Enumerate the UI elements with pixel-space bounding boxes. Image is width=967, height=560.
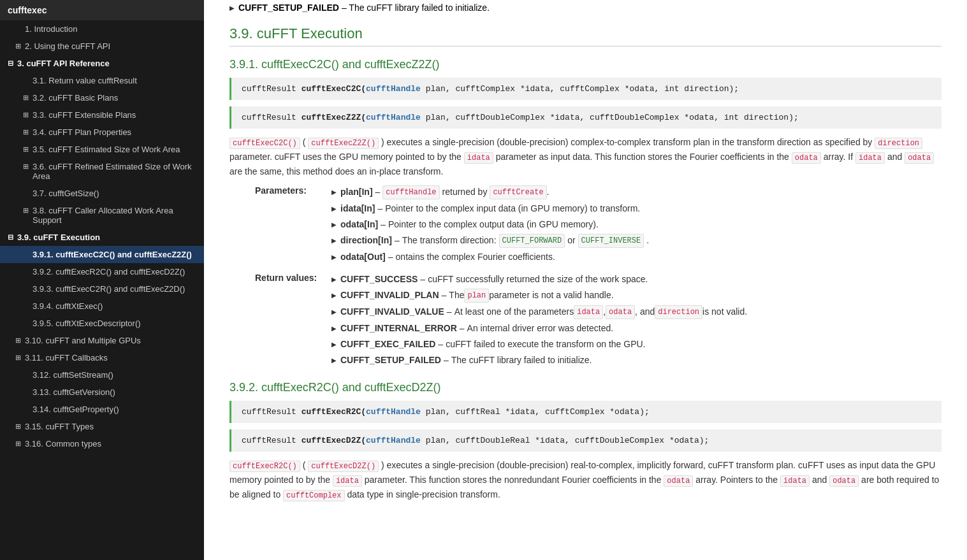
code-block-2: cufftResult cufftExecZ2Z(cufftHandle pla… (229, 106, 942, 129)
inline-r2c: cufftExecR2C() (229, 461, 300, 472)
sidebar-item-intro[interactable]: ⊟1. Introduction (0, 20, 204, 38)
inline-plan: plan (464, 289, 489, 303)
sidebar-item-extensible[interactable]: ⊞3.3. cuFFT Extensible Plans (0, 106, 204, 124)
plus-icon: ⊞ (23, 111, 29, 119)
inline-cufftcomplex: cufftComplex (283, 490, 344, 501)
sidebar-label: 3.6. cuFFT Refined Estimated Size of Wor… (33, 162, 196, 181)
code1-rest: plan, cufftComplex *idata, cufftComplex … (421, 84, 739, 94)
inline-odata: odata (792, 152, 821, 164)
sidebar-label: 3.8. cuFFT Caller Allocated Work Area Su… (33, 206, 196, 225)
plus-icon: ⊞ (23, 206, 29, 215)
sidebar: cufftexec ⊟1. Introduction⊞2. Using the … (0, 0, 204, 560)
sidebar-item-callbacks[interactable]: ⊞3.11. cuFFT Callbacks (0, 349, 204, 366)
inline-z2z: cufftExecZ2Z() (308, 138, 379, 149)
top-error-item: CUFFT_SETUP_FAILED – The cuFFT library f… (229, 3, 942, 13)
sidebar-label: 3.3. cuFFT Extensible Plans (33, 110, 136, 120)
inline-c2c: cufftExecC2C() (229, 138, 300, 149)
code1-result: cufftResult (242, 84, 302, 94)
sidebar-label: 3.2. cuFFT Basic Plans (33, 93, 118, 103)
code2-result: cufftResult (242, 113, 302, 122)
plus-icon: ⊞ (15, 440, 21, 448)
return-exec-failed: CUFFT_EXEC_FAILED – cuFFT failed to exec… (331, 338, 942, 351)
sidebar-item-exec-c2c[interactable]: ⊟3.9.1. cufftExecC2C() and cufftExecZ2Z(… (0, 246, 204, 263)
sidebar-item-exec-xt[interactable]: ⊟3.9.4. cufftXtExec() (0, 298, 204, 315)
sidebar-item-getproperty[interactable]: ⊟3.14. cufftGetProperty() (0, 401, 204, 418)
inline-rv-direction: direction (655, 305, 702, 319)
main-content: CUFFT_SETUP_FAILED – The cuFFT library f… (204, 0, 967, 560)
param-odata-out: odata[Out] – ontains the complex Fourier… (331, 250, 942, 264)
sidebar-item-setstream[interactable]: ⊟3.12. cufftSetStream() (0, 366, 204, 384)
top-error-desc: – The cuFFT library failed to initialize… (342, 3, 490, 13)
sidebar-item-exec-c2r[interactable]: ⊟3.9.3. cufftExecC2R() and cufftExecZ2D(… (0, 280, 204, 298)
sidebar-item-api-ref[interactable]: ⊟3. cuFFT API Reference (0, 55, 204, 72)
plus-icon: ⊞ (15, 354, 21, 362)
section-title: 3.9. cuFFT Execution (229, 25, 942, 47)
returns-label: Return values: (255, 273, 331, 283)
sidebar-label: 3.9.1. cufftExecC2C() and cufftExecZ2Z() (33, 250, 192, 259)
inline-idata2: idata (855, 152, 885, 164)
param-odata: odata[In] – Pointer to the complex outpu… (331, 218, 942, 231)
subsection2-title: 3.9.2. cufftExecR2C() and cufftExecD2Z() (229, 381, 942, 394)
return-internal-error: CUFFT_INTERNAL_ERROR – An internal drive… (331, 322, 942, 335)
sidebar-item-return-val[interactable]: ⊟3.1. Return value cufftResult (0, 72, 204, 89)
return-success: CUFFT_SUCCESS – cuFFT successfully retur… (331, 273, 942, 286)
sidebar-item-exec-xt-desc[interactable]: ⊟3.9.5. cufftXtExecDescriptor() (0, 315, 204, 332)
sidebar-item-execution[interactable]: ⊟3.9. cuFFT Execution (0, 229, 204, 246)
code1-kw: cufftHandle (366, 84, 421, 94)
returns-row: Return values: CUFFT_SUCCESS – cuFFT suc… (255, 273, 942, 370)
sidebar-item-getversion[interactable]: ⊟3.13. cufftGetVersion() (0, 384, 204, 401)
sidebar-item-getsize[interactable]: ⊟3.7. cufftGetSize() (0, 185, 204, 202)
sidebar-item-plan-props[interactable]: ⊞3.4. cuFFT Plan Properties (0, 124, 204, 141)
plus-icon: ⊞ (15, 42, 21, 50)
sidebar-label: 3.9. cuFFT Execution (17, 233, 100, 242)
param-plan: plan[In] – cufftHandle returned by cufft… (331, 185, 942, 199)
sidebar-item-using-api[interactable]: ⊞2. Using the cuFFT API (0, 38, 204, 55)
sidebar-item-exec-r2c[interactable]: ⊟3.9.2. cufftExecR2C() and cufftExecD2Z(… (0, 263, 204, 280)
sidebar-item-common-types[interactable]: ⊞3.16. Common types (0, 435, 204, 452)
sidebar-item-types[interactable]: ⊞3.15. cuFFT Types (0, 418, 204, 435)
minus-icon: ⊟ (8, 233, 13, 241)
sidebar-item-multi-gpu[interactable]: ⊞3.10. cuFFT and Multiple GPUs (0, 332, 204, 349)
sidebar-label: 3.9.5. cufftXtExecDescriptor() (33, 319, 141, 328)
code-block-1: cufftResult cufftExecC2C(cufftHandle pla… (229, 78, 942, 100)
params-row: Parameters: plan[In] – cufftHandle retur… (255, 185, 942, 266)
returns-content: CUFFT_SUCCESS – cuFFT successfully retur… (331, 273, 942, 370)
param-direction: direction[In] – The transform direction:… (331, 234, 942, 248)
returns-section: Return values: CUFFT_SUCCESS – cuFFT suc… (255, 273, 942, 370)
inline-r2c-idata: idata (333, 475, 362, 487)
sidebar-item-caller-alloc[interactable]: ⊞3.8. cuFFT Caller Allocated Work Area S… (0, 202, 204, 229)
inline-rv-idata: idata (574, 305, 603, 319)
code2-kw: cufftHandle (366, 113, 421, 122)
inline-idata: idata (464, 152, 493, 164)
sidebar-label: 3.1. Return value cufftResult (33, 76, 137, 85)
sidebar-label: 3.7. cufftGetSize() (33, 189, 99, 198)
sidebar-label: 1. Introduction (25, 24, 77, 34)
sidebar-label: 3.13. cufftGetVersion() (33, 387, 115, 397)
inline-rv-odata: odata (606, 305, 635, 319)
sidebar-label: 3.10. cuFFT and Multiple GPUs (25, 336, 141, 345)
params-content: plan[In] – cufftHandle returned by cufft… (331, 185, 942, 266)
inline-r2c-odata2: odata (829, 475, 859, 487)
inline-d2z: cufftExecD2Z() (308, 461, 379, 472)
return-invalid-value: CUFFT_INVALID_VALUE – At least one of th… (331, 305, 942, 319)
sidebar-item-refined-size[interactable]: ⊞3.6. cuFFT Refined Estimated Size of Wo… (0, 158, 204, 185)
return-setup-failed: CUFFT_SETUP_FAILED – The cuFFT library f… (331, 354, 942, 367)
inline-inverse: CUFFT_INVERSE (578, 234, 644, 248)
top-error-label: CUFFT_SETUP_FAILED (238, 3, 339, 13)
inline-r2c-idata2: idata (780, 475, 810, 487)
sidebar-item-basic-plans[interactable]: ⊞3.2. cuFFT Basic Plans (0, 89, 204, 106)
sidebar-item-est-size[interactable]: ⊞3.5. cuFFT Estimated Size of Work Area (0, 141, 204, 158)
sidebar-label: 3.4. cuFFT Plan Properties (33, 127, 131, 137)
sidebar-label: 3.15. cuFFT Types (25, 422, 94, 431)
code2-rest: plan, cufftDoubleComplex *idata, cufftDo… (421, 113, 799, 122)
code-block-3: cufftResult cufftExecR2C(cufftHandle pla… (229, 401, 942, 423)
code1-fn: cufftExecC2C( (302, 84, 366, 94)
plus-icon: ⊞ (15, 336, 21, 345)
inline-cuffthandle: cufftHandle (382, 185, 439, 199)
description-1: cufftExecC2C() ( cufftExecZ2Z() ) execut… (229, 135, 942, 179)
plus-icon: ⊞ (23, 128, 29, 136)
code-block-4: cufftResult cufftExecD2Z(cufftHandle pla… (229, 429, 942, 452)
return-invalid-plan: CUFFT_INVALID_PLAN – The plan parameter … (331, 289, 942, 303)
sidebar-title: cufftexec (0, 0, 204, 20)
sidebar-label: 3.9.3. cufftExecC2R() and cufftExecZ2D() (33, 284, 185, 294)
